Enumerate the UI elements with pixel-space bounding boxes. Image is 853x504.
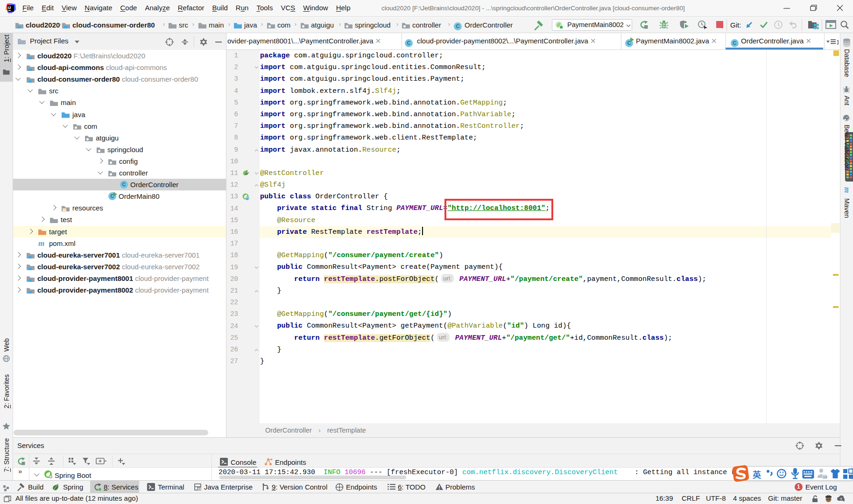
svg-text:1: 1 <box>837 39 839 45</box>
svg-text:IJ: IJ <box>8 6 11 9</box>
svg-text:EE: EE <box>197 487 202 490</box>
svg-text:?: ? <box>840 497 842 501</box>
svg-text:19: 19 <box>823 475 827 479</box>
svg-text:s: s <box>721 26 723 29</box>
